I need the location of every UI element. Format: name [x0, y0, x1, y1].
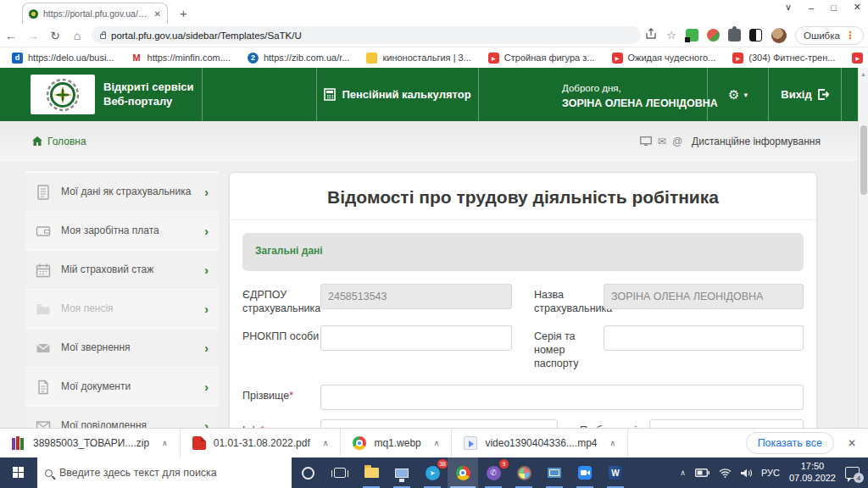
bookmark-zib[interactable]: 2 https://zib.com.ua/r... [248, 53, 350, 64]
sidebar-item-my-insurer-data[interactable]: Мої дані як страхувальника › [25, 173, 219, 211]
settings-menu-button[interactable]: ⚙ ▾ [708, 68, 769, 121]
sidebar-item-my-messages[interactable]: Мої повідомлення › [25, 407, 219, 428]
taskbar-app-viber[interactable]: ✆ 9 [478, 458, 509, 488]
scrollbar-thumb[interactable] [860, 125, 867, 195]
taskbar-app-pc[interactable] [387, 458, 417, 488]
sidebar-item-my-insurance-record[interactable]: Мій страховий стаж › [25, 251, 219, 289]
chevron-up-icon[interactable]: ∧ [609, 439, 615, 447]
pfu-logo[interactable] [31, 75, 95, 114]
address-bar[interactable]: portal.pfu.gov.ua/sidebar/Templates/SaTK… [92, 26, 641, 44]
edrpou-label: ЄДРПОУ страхувальника [242, 284, 320, 316]
surname-field[interactable] [320, 385, 804, 410]
browser-error-menu-button[interactable]: Ошибка ⋮ [795, 26, 864, 45]
search-input[interactable] [59, 467, 284, 479]
logout-button[interactable]: Вихід [769, 68, 842, 121]
speaker-icon[interactable] [741, 469, 752, 478]
breadcrumb-home-label: Головна [47, 136, 86, 147]
home-button[interactable]: ⌂ [66, 29, 88, 42]
downloads-bar-close-icon[interactable]: ✕ [848, 437, 856, 449]
tab-close-icon[interactable]: ✕ [154, 9, 161, 19]
wifi-icon[interactable] [719, 469, 732, 478]
cortana-button[interactable] [292, 458, 324, 488]
download-item-pdf[interactable]: 01.01-31.08.2022.pdf ∧ [181, 429, 342, 458]
bookmark-favicon [366, 53, 377, 64]
show-all-downloads-button[interactable]: Показать все [746, 432, 834, 454]
pension-calculator-button[interactable]: Пенсійний калькулятор [316, 68, 479, 121]
chrome-icon [456, 466, 470, 480]
bookmark-youtube-3[interactable]: ▶ (304) Фитнес-трен... [732, 53, 835, 64]
bookmark-delo[interactable]: d https://delo.ua/busi... [12, 53, 114, 64]
extension-contrast-icon[interactable] [749, 29, 762, 42]
chevron-up-icon[interactable]: ∧ [162, 439, 168, 447]
task-view-button[interactable] [324, 458, 356, 488]
bookmark-kino[interactable]: киноностальгия | 3... [366, 53, 470, 64]
bookmark-youtube-1[interactable]: ▶ Стройная фигура з... [488, 53, 595, 64]
download-item-zip[interactable]: 38985003_ТОВАРИ....zip ∧ [0, 429, 181, 458]
window-maximize-button[interactable]: □ [831, 3, 837, 13]
reload-button[interactable]: ↻ [44, 29, 66, 42]
envelope-icon: ✉ [658, 136, 666, 147]
taskbar-app-zoom[interactable] [570, 458, 600, 488]
bookmark-star-icon[interactable]: ☆ [661, 29, 682, 42]
notification-center-icon[interactable]: 4 [845, 467, 860, 479]
chevron-up-icon[interactable]: ∧ [434, 439, 440, 447]
logout-icon [817, 89, 829, 100]
remote-informing-link[interactable]: ✉ @ Дистанційне інформування [640, 136, 821, 147]
bookmark-youtube-2[interactable]: ▶ Ожидая чудесного... [612, 53, 716, 64]
remote-informing-label: Дистанційне інформування [692, 136, 821, 147]
profile-avatar[interactable] [771, 28, 787, 43]
bookmark-label: Стройная фигура з... [504, 53, 595, 63]
taskbar-app-explorer[interactable] [356, 458, 387, 488]
patronymic-field[interactable] [649, 419, 804, 428]
language-indicator[interactable]: РУС [761, 468, 780, 478]
breadcrumb-home[interactable]: Головна [32, 136, 86, 147]
firstname-field[interactable] [320, 419, 558, 428]
back-button[interactable]: ← [0, 29, 22, 42]
taskbar-app-paint[interactable] [509, 458, 539, 488]
page-scrollbar[interactable]: ▲ [858, 68, 868, 428]
window-close-button[interactable]: ✕ [854, 2, 861, 13]
url-text[interactable]: portal.pfu.gov.ua/sidebar/Templates/SaTK… [111, 30, 302, 41]
browser-tab[interactable]: https://portal.pfu.gov.ua/sidebar ✕ [22, 3, 168, 24]
extension-tomato-icon[interactable] [707, 29, 720, 42]
date-text: 07.09.2022 [789, 473, 836, 483]
chevron-up-icon[interactable]: ∧ [323, 439, 329, 447]
bookmark-minfin[interactable]: M https://minfin.com.... [131, 53, 231, 64]
tray-expand-icon[interactable]: ∧ [680, 469, 686, 477]
breadcrumb-band: Головна ✉ @ Дистанційне інформування [0, 121, 858, 161]
extension-savefrom-icon[interactable] [686, 29, 698, 42]
firstname-label: Ім'я* [242, 419, 320, 428]
taskbar-app-word[interactable]: W [600, 458, 631, 488]
sidebar-item-label: Моя пенсія [61, 303, 194, 314]
taskbar-app-chrome[interactable] [448, 458, 478, 488]
pdf-file-icon [192, 436, 206, 450]
sidebar-item-my-salary[interactable]: Моя заробітна плата › [25, 212, 219, 250]
taskbar-app-telegram[interactable]: ➤ 38 [417, 458, 448, 488]
download-item-mp4[interactable]: video1390404336....mp4 ∧ [452, 429, 628, 458]
new-tab-button[interactable]: + [180, 6, 187, 20]
taskbar-app-mail[interactable] [539, 458, 570, 488]
bookmark-youtube-4[interactable]: ▶ (345) МУЗЫКА ПР... [852, 53, 868, 64]
rnokpp-field[interactable] [320, 325, 512, 351]
downloads-bar: 38985003_ТОВАРИ....zip ∧ 01.01-31.08.202… [0, 428, 868, 458]
chevron-right-icon: › [204, 186, 209, 199]
share-icon[interactable] [641, 28, 661, 42]
notification-badge: 4 [854, 473, 864, 483]
window-minimize-button[interactable]: – [809, 3, 814, 13]
extensions-puzzle-icon[interactable] [728, 29, 741, 42]
passport-field[interactable] [604, 325, 804, 351]
scroll-up-arrow[interactable]: ▲ [859, 68, 868, 77]
forward-button[interactable]: → [22, 29, 44, 42]
download-item-webp[interactable]: mq1.webp ∧ [341, 429, 452, 458]
battery-icon[interactable] [695, 469, 709, 477]
sidebar-item-my-pension[interactable]: Моя пенсія › [25, 290, 219, 328]
start-button[interactable] [0, 458, 37, 488]
worker-employment-form-card: Відомості про трудову діяльність робітни… [229, 172, 817, 428]
window-menu-icon[interactable]: ∨ [785, 2, 792, 13]
clock[interactable]: 17:50 07.09.2022 [789, 461, 836, 485]
portal-header: Відкриті сервіси Веб-порталу Пенсійний к… [0, 68, 858, 121]
sidebar-item-my-documents[interactable]: Мої документи › [25, 368, 219, 406]
taskbar-search[interactable] [37, 458, 292, 488]
sidebar-item-my-requests[interactable]: Мої звернення › [25, 329, 219, 367]
lock-icon [100, 34, 106, 39]
